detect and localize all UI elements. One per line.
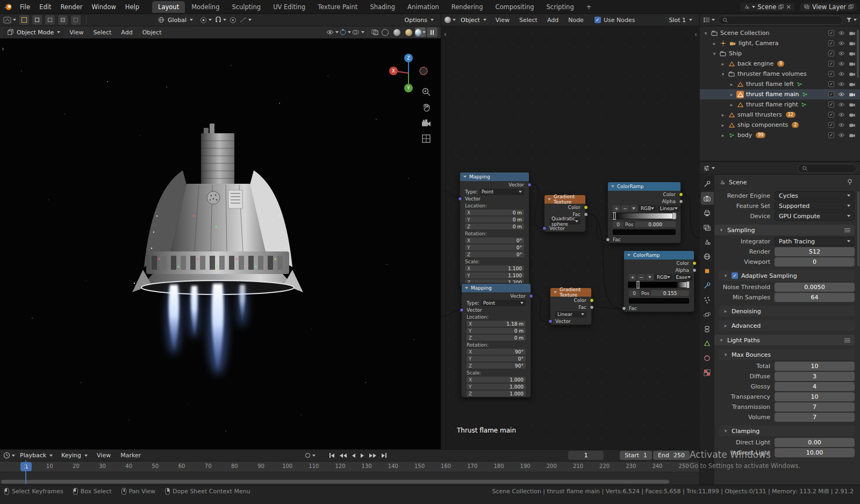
tl-menu-view[interactable]: View	[92, 451, 115, 460]
rotation-x-field[interactable]: X0°	[465, 237, 524, 243]
ne-menu-node[interactable]: Node	[564, 16, 588, 25]
glossy-bounces-field[interactable]: 4	[775, 382, 855, 391]
menu-edit[interactable]: Edit	[35, 2, 55, 12]
new-scene-icon[interactable]	[778, 4, 784, 10]
noise-threshold-field[interactable]: 0.0050	[775, 283, 855, 292]
gradient-type-dropdown[interactable]: Quadratic sphere	[549, 218, 580, 225]
outliner-row-body[interactable]: ▸ body 99 ✓	[700, 130, 860, 140]
node-colorramp-1[interactable]: ColorRamp Color Alpha + − RGB Linear 0 P…	[607, 182, 681, 243]
fac-output-socket[interactable]	[584, 212, 588, 217]
node-header[interactable]: ColorRamp	[624, 251, 694, 260]
tab-physics-icon[interactable]	[701, 308, 714, 321]
location-y-field[interactable]: Y0 m	[465, 217, 524, 222]
ne-menu-add[interactable]: Add	[543, 16, 563, 25]
gradient-type-dropdown[interactable]: Linear	[555, 311, 586, 318]
slot-selector[interactable]: Slot 1	[665, 16, 696, 25]
xray-toggle[interactable]	[371, 29, 378, 35]
scene-selector[interactable]: Scene ✕	[740, 3, 794, 11]
hide-eye-icon[interactable]	[838, 82, 845, 87]
menu-file[interactable]: File	[16, 2, 34, 12]
gizmos-dropdown[interactable]	[340, 29, 351, 35]
vp-menu-select[interactable]: Select	[89, 28, 116, 37]
render-camera-icon[interactable]	[849, 41, 856, 46]
outliner-row-thrust-flame-main[interactable]: ▸ thrust flame main ✓	[700, 89, 860, 99]
ramp-specials-button[interactable]	[646, 274, 654, 280]
color-output-socket[interactable]	[692, 261, 697, 265]
alpha-output-socket[interactable]	[679, 199, 683, 204]
node-header[interactable]: ColorRamp	[608, 182, 680, 191]
node-gradient-texture-2[interactable]: Gradient Texture Color Fac Linear Vector	[550, 287, 592, 325]
toolbar-expand-arrow[interactable]: ›	[2, 45, 4, 53]
shading-rendered[interactable]	[415, 27, 426, 37]
outliner-row-ship-components[interactable]: ▸ ship components 2 ✓	[700, 120, 860, 130]
max-bounces-header[interactable]: ▾Max Bounces	[719, 349, 855, 360]
playback-menu[interactable]: Playback	[16, 451, 56, 460]
outliner-editor-selector[interactable]	[703, 17, 715, 23]
fac-input-socket[interactable]	[606, 237, 610, 242]
fac-output-socket[interactable]	[590, 305, 594, 309]
preset-menu-icon[interactable]	[844, 228, 850, 232]
camera-view-icon[interactable]	[420, 117, 432, 129]
render-camera-icon[interactable]	[849, 112, 856, 117]
mapping-type-dropdown[interactable]: Point	[479, 189, 524, 195]
prev-keyframe-button[interactable]	[338, 452, 349, 459]
hide-eye-icon[interactable]	[838, 92, 845, 97]
tab-animation[interactable]: Animation	[402, 1, 445, 13]
render-camera-icon[interactable]	[849, 133, 856, 138]
keying-menu[interactable]: Keying	[58, 451, 91, 460]
hide-eye-icon[interactable]	[838, 51, 845, 56]
options-dropdown[interactable]: Options	[401, 16, 438, 25]
rotation-z-field[interactable]: Z90°	[467, 363, 526, 369]
checkbox-icon[interactable]: ✓	[828, 132, 834, 138]
ramp-stop[interactable]	[636, 281, 639, 289]
alpha-output-socket[interactable]	[692, 268, 697, 272]
checkbox-icon[interactable]: ✓	[828, 91, 834, 97]
editor-type-selector[interactable]	[3, 17, 16, 24]
viewport-render-pause-button[interactable]	[427, 27, 438, 37]
render-camera-icon[interactable]	[849, 102, 856, 107]
denoising-section-header[interactable]: ▸Denoising	[719, 306, 855, 316]
scale-y-field[interactable]: Y1.000	[467, 384, 526, 390]
color-ramp-bar[interactable]	[612, 213, 677, 219]
tab-texture-icon[interactable]	[701, 366, 714, 379]
feature-set-dropdown[interactable]: Supported	[775, 201, 855, 211]
scale-x-field[interactable]: X1.100	[465, 265, 524, 271]
add-workspace-button[interactable]: +	[580, 1, 598, 13]
ne-menu-select[interactable]: Select	[515, 16, 542, 25]
interpolation-dropdown[interactable]: Ease	[673, 274, 692, 280]
light-paths-section-header[interactable]: ▾Light Paths	[714, 335, 855, 345]
sampling-section-header[interactable]: ▾Sampling	[714, 225, 855, 235]
node-header[interactable]: Mapping	[462, 284, 531, 292]
play-button[interactable]	[359, 452, 366, 459]
show-hide-dropdown[interactable]	[326, 30, 339, 35]
add-stop-button[interactable]: +	[613, 205, 620, 212]
indirect-light-field[interactable]: 10.00	[775, 448, 855, 457]
shading-solid[interactable]	[391, 27, 402, 37]
outliner-row-scene-collection[interactable]: ▾ Scene Collection ✓	[700, 28, 860, 38]
tab-texture-paint[interactable]: Texture Paint	[312, 1, 363, 13]
blender-logo-icon[interactable]	[3, 3, 13, 11]
tab-rendering[interactable]: Rendering	[446, 1, 489, 13]
falloff-dropdown[interactable]	[240, 17, 252, 23]
color-output-socket[interactable]	[590, 298, 594, 303]
proportional-editing-icon[interactable]	[230, 17, 236, 24]
vp-menu-view[interactable]: View	[65, 28, 88, 37]
tab-object-data-icon[interactable]	[701, 337, 714, 350]
shading-wireframe[interactable]	[379, 27, 390, 37]
node-gradient-texture-1[interactable]: Gradient Texture Color Fac Quadratic sph…	[544, 195, 586, 232]
remove-stop-button[interactable]: −	[621, 205, 629, 212]
add-stop-button[interactable]: +	[629, 274, 636, 280]
location-z-field[interactable]: Z0 m	[467, 335, 526, 341]
render-camera-icon[interactable]	[849, 82, 856, 87]
pos-value-field[interactable]: 0.000	[635, 221, 676, 227]
render-camera-icon[interactable]	[849, 92, 856, 97]
remove-stop-button[interactable]: −	[637, 274, 645, 280]
hide-eye-icon[interactable]	[838, 31, 845, 35]
select-mode-subtract[interactable]	[58, 15, 68, 25]
transparency-bounces-field[interactable]: 10	[775, 392, 855, 401]
integrator-dropdown[interactable]: Path Tracing	[775, 237, 855, 246]
stop-color-swatch[interactable]	[613, 229, 676, 235]
fac-input-socket[interactable]	[622, 306, 626, 311]
outliner-row-back-engine[interactable]: ▸ back engine 9 ✓	[700, 59, 860, 69]
render-camera-icon[interactable]	[849, 31, 856, 35]
